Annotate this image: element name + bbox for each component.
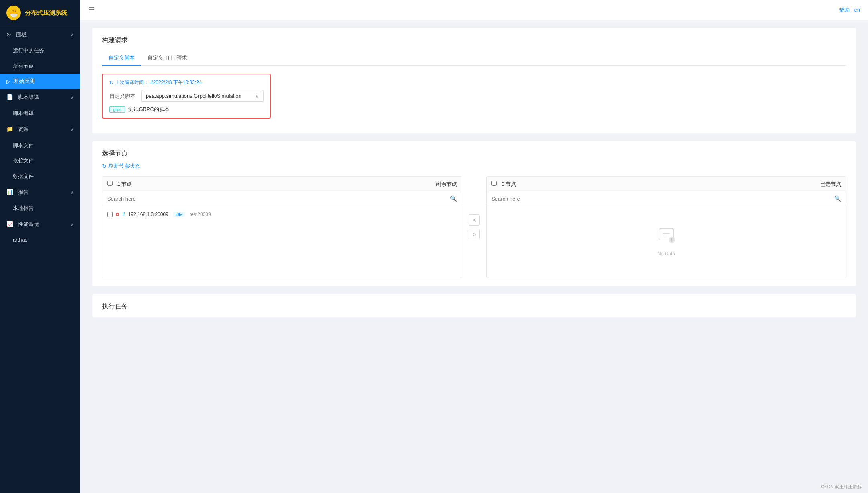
execute-title: 执行任务 <box>102 302 846 311</box>
sidebar-item-label-arthas: arthas <box>13 237 27 243</box>
transfer-left-btn[interactable]: < <box>469 214 480 226</box>
app-title: 分布式压测系统 <box>25 9 67 17</box>
chevron-up-icon-rep: ∧ <box>70 189 74 195</box>
sidebar-group-label-perf: 性能调优 <box>18 221 39 227</box>
right-search-input[interactable] <box>491 196 834 202</box>
logo-emoji: 🐣 <box>9 8 19 18</box>
execute-card: 执行任务 <box>92 294 856 317</box>
node-status-icon <box>116 213 119 216</box>
sidebar-group-header-script-compile[interactable]: 📄 脚本编译 ∧ <box>0 89 80 106</box>
transfer-buttons: < > <box>469 211 480 243</box>
sidebar-item-dep-files[interactable]: 依赖文件 <box>0 153 80 168</box>
sidebar-group-label-script-compile: 脚本编译 <box>18 94 39 100</box>
logo-icon: 🐣 <box>6 6 21 20</box>
node-addr: 192.168.1.3:20009 <box>128 212 168 217</box>
compile-time-prefix: 上次编译时间： <box>115 79 149 86</box>
sidebar-group-dashboard: ⊙ 面板 ∧ 运行中的任务 所有节点 <box>0 26 80 74</box>
sidebar-item-script-compile[interactable]: 脚本编译 <box>0 106 80 121</box>
right-transfer-panel: 0 节点 已选节点 🔍 <box>486 176 846 278</box>
sidebar-item-arthas[interactable]: arthas <box>0 233 80 247</box>
transfer-right-btn[interactable]: > <box>469 229 480 240</box>
refresh-nodes-icon: ↻ <box>102 163 106 169</box>
compile-time-row: ↻ 上次编译时间： #2022/2/8 下午10:33:24 <box>109 79 264 86</box>
dashboard-icon: ⊙ <box>6 31 11 37</box>
left-search-icon: 🔍 <box>450 195 457 202</box>
chevron-up-icon-perf: ∧ <box>70 222 74 227</box>
chevron-up-icon-res: ∧ <box>70 127 74 132</box>
sidebar-item-label-data-files: 数据文件 <box>13 173 34 179</box>
node-hash-symbol: # <box>122 212 125 217</box>
node-status-badge: idle <box>173 212 185 217</box>
right-panel-label-right: 已选节点 <box>820 181 841 188</box>
sidebar-group-reports: 📊 报告 ∧ 本地报告 <box>0 184 80 216</box>
sidebar-item-label-all-nodes: 所有节点 <box>13 63 34 69</box>
sidebar-item-label-local-reports: 本地报告 <box>13 205 34 211</box>
help-link[interactable]: 帮助 <box>839 6 850 14</box>
menu-icon[interactable]: ☰ <box>88 6 95 14</box>
right-panel-items: No Data <box>487 205 846 278</box>
main-area: ☰ 帮助 en 构建请求 自定义脚本 自定义HTTP请求 ↻ <box>80 0 868 493</box>
script-row: 自定义脚本 pea.app.simulations.GrpcHelloSimul… <box>109 90 264 102</box>
right-panel-header: 0 节点 已选节点 <box>487 177 846 192</box>
left-panel-count: 1 节点 <box>117 181 132 187</box>
sidebar-item-all-nodes[interactable]: 所有节点 <box>0 58 80 74</box>
sidebar-group-label-dashboard: 面板 <box>16 31 27 37</box>
script-tag: grpc <box>109 106 125 113</box>
perf-icon: 📈 <box>6 221 13 227</box>
resources-icon: 📁 <box>6 126 13 132</box>
sidebar-item-script-files[interactable]: 脚本文件 <box>0 138 80 153</box>
no-data-icon <box>657 225 676 248</box>
script-tag-desc: 测试GRPC的脚本 <box>128 106 170 113</box>
select-node-title: 选择节点 <box>102 149 846 158</box>
chevron-up-icon: ∧ <box>70 32 74 37</box>
tab-custom-http[interactable]: 自定义HTTP请求 <box>141 51 194 66</box>
topbar: ☰ 帮助 en <box>80 0 868 20</box>
left-panel-label-right: 剩余节点 <box>436 181 457 188</box>
sidebar-group-header-reports[interactable]: 📊 报告 ∧ <box>0 184 80 201</box>
sidebar-item-local-reports[interactable]: 本地报告 <box>0 201 80 216</box>
no-data-text: No Data <box>657 251 675 257</box>
topbar-right: 帮助 en <box>839 6 860 14</box>
sidebar-logo: 🐣 分布式压测系统 <box>0 0 80 26</box>
sidebar-item-label-dep-files: 依赖文件 <box>13 158 34 164</box>
sidebar-item-label-script-compile: 脚本编译 <box>13 110 34 116</box>
script-value: pea.app.simulations.GrpcHelloSimulation <box>146 93 242 99</box>
tab-custom-script[interactable]: 自定义脚本 <box>102 51 141 66</box>
sidebar-group-label-reports: 报告 <box>18 189 29 195</box>
left-panel-items: # 192.168.1.3:20009 idle test20009 <box>102 205 462 278</box>
sidebar-item-data-files[interactable]: 数据文件 <box>0 168 80 184</box>
sidebar-group-header-dashboard[interactable]: ⊙ 面板 ∧ <box>0 26 80 43</box>
left-search-input[interactable] <box>107 196 450 202</box>
right-search-icon: 🔍 <box>834 195 841 202</box>
refresh-nodes-btn[interactable]: ↻ 刷新节点状态 <box>102 162 846 170</box>
node-item[interactable]: # 192.168.1.3:20009 idle test20009 <box>102 209 462 220</box>
right-panel-checkbox[interactable] <box>491 181 497 186</box>
script-selected-box: ↻ 上次编译时间： #2022/2/8 下午10:33:24 自定义脚本 pea… <box>102 74 271 119</box>
sidebar-item-start-test[interactable]: ▷ 开始压测 <box>0 74 80 89</box>
lang-switch[interactable]: en <box>854 7 860 13</box>
node-checkbox[interactable] <box>107 212 113 217</box>
script-dropdown[interactable]: pea.app.simulations.GrpcHelloSimulation … <box>141 90 264 102</box>
left-panel-checkbox[interactable] <box>107 181 113 186</box>
sidebar-group-script-compile: 📄 脚本编译 ∧ 脚本编译 <box>0 89 80 121</box>
right-panel-search: 🔍 <box>487 192 846 205</box>
build-request-title: 构建请求 <box>102 36 846 45</box>
sidebar-item-running-tasks[interactable]: 运行中的任务 <box>0 43 80 58</box>
left-panel-search: 🔍 <box>102 192 462 205</box>
select-node-card: 选择节点 ↻ 刷新节点状态 1 节点 剩余节点 <box>92 141 856 286</box>
sidebar-group-header-resources[interactable]: 📁 资源 ∧ <box>0 121 80 138</box>
custom-script-label: 自定义脚本 <box>109 92 137 100</box>
build-request-card: 构建请求 自定义脚本 自定义HTTP请求 ↻ 上次编译时间： #2022/2/8… <box>92 28 856 133</box>
content-area: 构建请求 自定义脚本 自定义HTTP请求 ↻ 上次编译时间： #2022/2/8… <box>80 20 868 493</box>
chevron-up-icon-sc: ∧ <box>70 94 74 100</box>
left-panel-header: 1 节点 剩余节点 <box>102 177 462 192</box>
left-transfer-panel: 1 节点 剩余节点 🔍 # 192.168.1.3:20009 <box>102 176 462 278</box>
tab-custom-script-label: 自定义脚本 <box>108 55 135 61</box>
sidebar-group-header-perf[interactable]: 📈 性能调优 ∧ <box>0 216 80 233</box>
start-test-icon: ▷ <box>6 78 10 84</box>
reports-icon: 📊 <box>6 189 13 195</box>
script-tag-row: grpc 测试GRPC的脚本 <box>109 106 264 113</box>
topbar-left: ☰ <box>88 6 95 14</box>
refresh-nodes-label: 刷新节点状态 <box>108 162 140 170</box>
no-data-area: No Data <box>487 209 846 273</box>
